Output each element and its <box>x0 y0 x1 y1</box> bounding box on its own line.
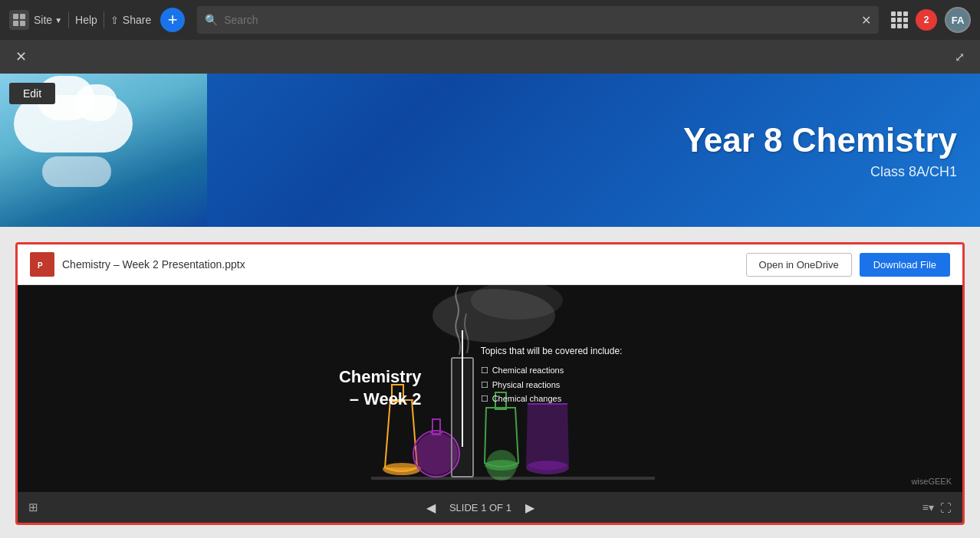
site-label: Site <box>34 14 52 26</box>
add-button[interactable]: + <box>160 8 185 32</box>
search-input[interactable] <box>224 14 861 26</box>
svg-rect-0 <box>13 14 18 19</box>
expand-icon: ⤢ <box>955 50 965 64</box>
slide-nav-controls: ◀ SLIDE 1 OF 1 ▶ <box>422 499 539 517</box>
slide-notes-button[interactable]: ≡▾ <box>922 501 934 513</box>
file-header: P Chemistry – Week 2 Presentation.pptx O… <box>18 244 962 285</box>
slide-divider <box>462 330 463 446</box>
slide-item-1: ☐ Chemical reactions <box>481 363 623 378</box>
close-button[interactable]: ✕ <box>9 45 32 68</box>
help-button[interactable]: Help <box>75 14 97 26</box>
notification-button[interactable]: 2 <box>916 9 937 31</box>
slide-counter: SLIDE 1 OF 1 <box>449 502 511 513</box>
slide-left-text: Chemistry – Week 2 <box>339 366 422 410</box>
nav-divider2 <box>104 11 104 28</box>
slide-right-content: Topics that will be covered include: ☐ C… <box>481 343 623 406</box>
avatar[interactable]: FA <box>945 7 971 33</box>
file-card: P Chemistry – Week 2 Presentation.pptx O… <box>15 242 965 525</box>
nav-right: 2 FA <box>891 7 971 33</box>
share-icon: ⇧ <box>110 15 119 26</box>
pptx-icon: P <box>30 252 54 277</box>
svg-rect-20 <box>371 477 655 480</box>
slide-item-2: ☐ Physical reactions <box>481 378 623 392</box>
checkbox-icon-1: ☐ <box>481 363 488 378</box>
svg-rect-3 <box>20 21 25 26</box>
search-bar: 🔍 ✕ <box>197 6 879 34</box>
slide-next-button[interactable]: ▶ <box>521 499 539 517</box>
secondary-nav: ✕ ⤢ <box>0 40 980 74</box>
slide-prev-button[interactable]: ◀ <box>422 499 440 517</box>
nav-divider <box>68 11 69 28</box>
chevron-down-icon: ▼ <box>54 16 62 25</box>
page-title: Year 8 Chemistry <box>683 121 957 159</box>
search-clear-button[interactable]: ✕ <box>861 13 871 28</box>
top-nav: Site ▼ Help ⇧ Share + 🔍 ✕ 2 FA <box>0 0 980 40</box>
grid-button[interactable] <box>891 11 908 28</box>
edit-button[interactable]: Edit <box>9 83 55 104</box>
slide-viewer: Chemistry – Week 2 Topics that will be c… <box>18 285 962 492</box>
hero-title-area: Year 8 Chemistry Class 8A/CH1 <box>683 121 957 180</box>
slide-footer-ppt-icon: ⊞ <box>28 500 38 514</box>
slide-right-title: Topics that will be covered include: <box>481 343 623 359</box>
svg-text:P: P <box>38 261 43 270</box>
close-icon: ✕ <box>15 48 27 65</box>
page-subtitle: Class 8A/CH1 <box>683 164 957 180</box>
open-onedrive-button[interactable]: Open in OneDrive <box>746 253 852 277</box>
share-label: Share <box>123 14 151 26</box>
svg-point-15 <box>486 450 517 481</box>
slide-item-3: ☐ Chemical changes <box>481 392 623 406</box>
slide-fullscreen-button[interactable]: ⛶ <box>940 501 952 514</box>
svg-rect-1 <box>20 14 25 19</box>
checkbox-icon-3: ☐ <box>481 392 488 406</box>
slide-footer: ⊞ ◀ SLIDE 1 OF 1 ▶ ≡▾ ⛶ <box>18 492 962 523</box>
file-name: Chemistry – Week 2 Presentation.pptx <box>62 258 738 271</box>
slide-footer-right: ≡▾ ⛶ <box>922 501 952 514</box>
svg-rect-2 <box>13 21 18 26</box>
site-button[interactable]: Site ▼ <box>34 14 62 26</box>
watermark: wiseGEEK <box>911 477 952 486</box>
cloud-small <box>42 156 111 187</box>
checkbox-icon-2: ☐ <box>481 378 488 392</box>
download-file-button[interactable]: Download File <box>860 253 950 277</box>
hero-banner: Edit Year 8 Chemistry Class 8A/CH1 <box>0 74 980 227</box>
expand-button[interactable]: ⤢ <box>948 45 971 68</box>
content-area: P Chemistry – Week 2 Presentation.pptx O… <box>0 227 980 538</box>
grid-icon <box>891 11 908 28</box>
share-button[interactable]: ⇧ Share <box>110 14 151 26</box>
nav-logo-icon <box>9 10 29 30</box>
cloud-right <box>75 84 117 121</box>
search-icon: 🔍 <box>205 14 218 26</box>
